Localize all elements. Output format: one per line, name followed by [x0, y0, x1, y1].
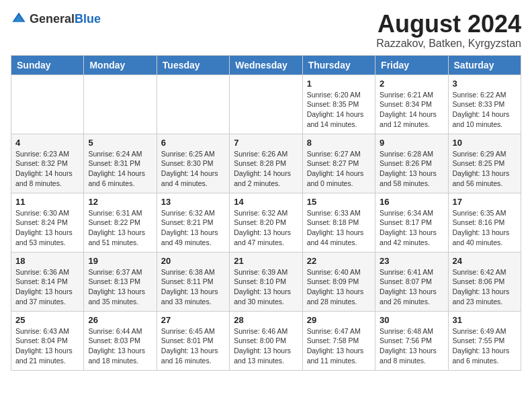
day-cell: 12Sunrise: 6:31 AM Sunset: 8:22 PM Dayli…	[84, 193, 157, 252]
day-cell: 6Sunrise: 6:25 AM Sunset: 8:30 PM Daylig…	[157, 134, 229, 193]
header-sunday: Sunday	[11, 55, 84, 75]
day-number: 7	[234, 138, 298, 148]
day-number: 8	[307, 138, 371, 148]
day-cell: 18Sunrise: 6:36 AM Sunset: 8:14 PM Dayli…	[11, 252, 84, 311]
day-number: 22	[307, 256, 371, 266]
day-info: Sunrise: 6:26 AM Sunset: 8:28 PM Dayligh…	[234, 149, 298, 189]
day-number: 5	[88, 138, 152, 148]
day-cell: 14Sunrise: 6:32 AM Sunset: 8:20 PM Dayli…	[230, 193, 302, 252]
day-info: Sunrise: 6:35 AM Sunset: 8:16 PM Dayligh…	[453, 208, 517, 248]
day-cell: 4Sunrise: 6:23 AM Sunset: 8:32 PM Daylig…	[11, 134, 84, 193]
day-number: 4	[15, 138, 79, 148]
day-cell: 7Sunrise: 6:26 AM Sunset: 8:28 PM Daylig…	[230, 134, 302, 193]
day-info: Sunrise: 6:42 AM Sunset: 8:06 PM Dayligh…	[453, 267, 517, 307]
day-number: 11	[15, 197, 79, 207]
day-info: Sunrise: 6:25 AM Sunset: 8:30 PM Dayligh…	[161, 149, 225, 189]
day-number: 19	[88, 256, 152, 266]
day-info: Sunrise: 6:28 AM Sunset: 8:26 PM Dayligh…	[380, 149, 443, 189]
header-thursday: Thursday	[302, 55, 375, 75]
day-number: 10	[453, 138, 517, 148]
day-number: 18	[15, 256, 79, 266]
day-number: 17	[453, 197, 517, 207]
day-info: Sunrise: 6:45 AM Sunset: 8:01 PM Dayligh…	[161, 326, 225, 366]
day-info: Sunrise: 6:37 AM Sunset: 8:13 PM Dayligh…	[88, 267, 152, 307]
week-row-1: 1Sunrise: 6:20 AM Sunset: 8:35 PM Daylig…	[11, 75, 521, 134]
day-info: Sunrise: 6:23 AM Sunset: 8:32 PM Dayligh…	[15, 149, 79, 189]
day-number: 25	[15, 315, 79, 325]
day-cell: 15Sunrise: 6:33 AM Sunset: 8:18 PM Dayli…	[302, 193, 375, 252]
day-cell	[230, 75, 302, 134]
day-info: Sunrise: 6:32 AM Sunset: 8:21 PM Dayligh…	[161, 208, 225, 248]
logo-blue: Blue	[75, 12, 101, 26]
week-row-4: 18Sunrise: 6:36 AM Sunset: 8:14 PM Dayli…	[11, 252, 521, 311]
header-friday: Friday	[375, 55, 448, 75]
week-row-3: 11Sunrise: 6:30 AM Sunset: 8:24 PM Dayli…	[11, 193, 521, 252]
day-cell: 19Sunrise: 6:37 AM Sunset: 8:13 PM Dayli…	[84, 252, 157, 311]
day-info: Sunrise: 6:49 AM Sunset: 7:55 PM Dayligh…	[453, 326, 517, 366]
day-info: Sunrise: 6:24 AM Sunset: 8:31 PM Dayligh…	[88, 149, 152, 189]
day-info: Sunrise: 6:20 AM Sunset: 8:35 PM Dayligh…	[307, 90, 371, 130]
day-number: 20	[161, 256, 225, 266]
header: GeneralBlue August 2024 Razzakov, Batken…	[11, 11, 521, 50]
day-info: Sunrise: 6:43 AM Sunset: 8:04 PM Dayligh…	[15, 326, 79, 366]
day-cell: 26Sunrise: 6:44 AM Sunset: 8:03 PM Dayli…	[84, 311, 157, 370]
day-number: 1	[307, 79, 371, 89]
day-info: Sunrise: 6:29 AM Sunset: 8:25 PM Dayligh…	[453, 149, 517, 189]
day-cell: 17Sunrise: 6:35 AM Sunset: 8:16 PM Dayli…	[448, 193, 521, 252]
day-cell: 21Sunrise: 6:39 AM Sunset: 8:10 PM Dayli…	[230, 252, 302, 311]
day-info: Sunrise: 6:22 AM Sunset: 8:33 PM Dayligh…	[453, 90, 517, 130]
day-info: Sunrise: 6:27 AM Sunset: 8:27 PM Dayligh…	[307, 149, 371, 189]
day-number: 21	[234, 256, 298, 266]
day-info: Sunrise: 6:33 AM Sunset: 8:18 PM Dayligh…	[307, 208, 371, 248]
day-number: 28	[234, 315, 298, 325]
day-cell: 2Sunrise: 6:21 AM Sunset: 8:34 PM Daylig…	[375, 75, 448, 134]
day-cell: 25Sunrise: 6:43 AM Sunset: 8:04 PM Dayli…	[11, 311, 84, 370]
day-number: 9	[380, 138, 443, 148]
week-row-5: 25Sunrise: 6:43 AM Sunset: 8:04 PM Dayli…	[11, 311, 521, 370]
day-number: 24	[453, 256, 517, 266]
day-cell: 30Sunrise: 6:48 AM Sunset: 7:56 PM Dayli…	[375, 311, 448, 370]
header-saturday: Saturday	[448, 55, 521, 75]
day-number: 6	[161, 138, 225, 148]
day-info: Sunrise: 6:34 AM Sunset: 8:17 PM Dayligh…	[380, 208, 443, 248]
day-number: 29	[307, 315, 371, 325]
day-number: 23	[380, 256, 443, 266]
day-info: Sunrise: 6:48 AM Sunset: 7:56 PM Dayligh…	[380, 326, 443, 366]
header-row: SundayMondayTuesdayWednesdayThursdayFrid…	[11, 55, 521, 75]
day-cell: 3Sunrise: 6:22 AM Sunset: 8:33 PM Daylig…	[448, 75, 521, 134]
day-info: Sunrise: 6:44 AM Sunset: 8:03 PM Dayligh…	[88, 326, 152, 366]
day-info: Sunrise: 6:38 AM Sunset: 8:11 PM Dayligh…	[161, 267, 225, 307]
location: Razzakov, Batken, Kyrgyzstan	[376, 38, 521, 50]
day-cell: 16Sunrise: 6:34 AM Sunset: 8:17 PM Dayli…	[375, 193, 448, 252]
day-number: 16	[380, 197, 443, 207]
day-number: 13	[161, 197, 225, 207]
day-cell: 23Sunrise: 6:41 AM Sunset: 8:07 PM Dayli…	[375, 252, 448, 311]
logo: GeneralBlue	[11, 11, 101, 27]
day-info: Sunrise: 6:41 AM Sunset: 8:07 PM Dayligh…	[380, 267, 443, 307]
day-info: Sunrise: 6:46 AM Sunset: 8:00 PM Dayligh…	[234, 326, 298, 366]
title-area: August 2024 Razzakov, Batken, Kyrgyzstan	[376, 11, 521, 50]
day-cell	[11, 75, 84, 134]
day-cell: 31Sunrise: 6:49 AM Sunset: 7:55 PM Dayli…	[448, 311, 521, 370]
day-cell: 11Sunrise: 6:30 AM Sunset: 8:24 PM Dayli…	[11, 193, 84, 252]
day-cell: 27Sunrise: 6:45 AM Sunset: 8:01 PM Dayli…	[157, 311, 229, 370]
day-number: 2	[380, 79, 443, 89]
day-number: 27	[161, 315, 225, 325]
day-info: Sunrise: 6:47 AM Sunset: 7:58 PM Dayligh…	[307, 326, 371, 366]
day-cell: 29Sunrise: 6:47 AM Sunset: 7:58 PM Dayli…	[302, 311, 375, 370]
logo-icon	[11, 11, 27, 27]
day-number: 14	[234, 197, 298, 207]
day-cell: 1Sunrise: 6:20 AM Sunset: 8:35 PM Daylig…	[302, 75, 375, 134]
day-cell	[157, 75, 229, 134]
day-info: Sunrise: 6:36 AM Sunset: 8:14 PM Dayligh…	[15, 267, 79, 307]
day-cell: 28Sunrise: 6:46 AM Sunset: 8:00 PM Dayli…	[230, 311, 302, 370]
header-monday: Monday	[84, 55, 157, 75]
day-number: 26	[88, 315, 152, 325]
day-info: Sunrise: 6:30 AM Sunset: 8:24 PM Dayligh…	[15, 208, 79, 248]
day-info: Sunrise: 6:32 AM Sunset: 8:20 PM Dayligh…	[234, 208, 298, 248]
logo-general: General	[30, 12, 75, 26]
day-cell: 22Sunrise: 6:40 AM Sunset: 8:09 PM Dayli…	[302, 252, 375, 311]
calendar: SundayMondayTuesdayWednesdayThursdayFrid…	[11, 55, 521, 371]
day-cell: 9Sunrise: 6:28 AM Sunset: 8:26 PM Daylig…	[375, 134, 448, 193]
day-cell: 10Sunrise: 6:29 AM Sunset: 8:25 PM Dayli…	[448, 134, 521, 193]
